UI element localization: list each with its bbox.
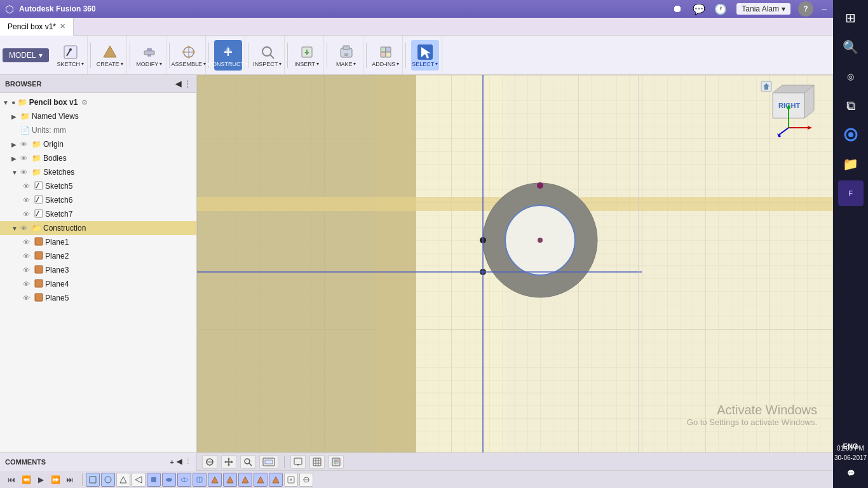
tree-item-plane5[interactable]: 👁 Plane5 [0, 291, 196, 305]
sketches-eye-icon[interactable]: 👁 [20, 168, 31, 176]
create-button[interactable]: CREATE ▾ [96, 40, 124, 71]
bodies-eye-icon[interactable]: 👁 [20, 154, 31, 162]
tree-item-plane3[interactable]: 👁 Plane3 [0, 263, 196, 277]
help-button[interactable]: ? [798, 1, 813, 17]
bt-btn-13[interactable] [269, 473, 283, 487]
model-label: MODEL [9, 51, 36, 60]
plane5-eye-icon[interactable]: 👁 [23, 294, 33, 302]
plane1-eye-icon[interactable]: 👁 [23, 238, 33, 246]
tl-play-btn[interactable]: ▶ [34, 473, 47, 486]
tree-item-origin[interactable]: ▶ 👁 📁 Origin [0, 137, 196, 151]
bt-btn-8[interactable] [193, 473, 207, 487]
tree-item-plane2[interactable]: 👁 Plane2 [0, 249, 196, 263]
user-menu[interactable]: Tania Alam ▾ [736, 3, 790, 15]
bt-extra-1[interactable] [284, 473, 298, 487]
active-tab[interactable]: Pencil box v1* ✕ [0, 18, 74, 36]
win-files-btn[interactable]: 📁 [838, 151, 864, 177]
bt-btn-6[interactable] [162, 473, 176, 487]
inspect-button[interactable]: INSPECT ▾ [254, 40, 281, 71]
sketch5-label: Sketch5 [45, 182, 72, 191]
tree-item-sketches[interactable]: ▼ 👁 📁 Sketches [0, 165, 196, 179]
tree-item-sketch7[interactable]: 👁 Sketch7 [0, 207, 196, 221]
plane2-eye-icon[interactable]: 👁 [23, 252, 33, 260]
win-cortana-btn[interactable]: ◎ [838, 64, 864, 89]
tree-item-plane1[interactable]: 👁 Plane1 [0, 235, 196, 249]
tree-item-sketch5[interactable]: 👁 Sketch5 [0, 179, 196, 193]
modify-button[interactable]: MODIFY ▾ [135, 40, 163, 71]
tl-prev-btn[interactable]: ⏪ [20, 473, 32, 486]
construct-button[interactable]: CONSTRUCT ▾ [214, 40, 242, 71]
bt-extra-2[interactable] [299, 473, 313, 487]
bt-btn-11[interactable] [238, 473, 252, 487]
win-search-btn[interactable]: 🔍 [838, 34, 864, 60]
tree-item-sketch6[interactable]: 👁 Sketch6 [0, 193, 196, 207]
tree-item-named-views[interactable]: ▶ 📁 Named Views [0, 109, 196, 123]
sketch7-eye-icon[interactable]: 👁 [23, 210, 33, 218]
bt-btn-12[interactable] [254, 473, 268, 487]
vc-view-btn[interactable] [329, 455, 344, 469]
vc-grid-btn[interactable] [309, 455, 325, 469]
construction-eye-icon[interactable]: 👁 [20, 224, 31, 232]
win-clock: 01:00 PM 30-06-2017 [833, 444, 868, 463]
comments-collapse-icon[interactable]: ◀ [177, 458, 182, 466]
sketch6-eye-icon[interactable]: 👁 [23, 196, 33, 204]
tree-item-bodies[interactable]: ▶ 👁 📁 Bodies [0, 151, 196, 165]
inspect-icon [259, 43, 276, 61]
vc-display-btn[interactable] [290, 455, 306, 469]
browser-collapse-btn[interactable]: ◀ [175, 79, 181, 88]
view-cube[interactable]: RIGHT [760, 80, 817, 137]
tl-first-btn[interactable]: ⏮ [5, 473, 18, 486]
vc-orbit-btn[interactable] [202, 455, 217, 469]
tab-close-btn[interactable]: ✕ [60, 22, 65, 30]
origin-eye-icon[interactable]: 👁 [20, 140, 31, 148]
sketch-button[interactable]: SKETCH ▾ [57, 40, 85, 71]
insert-button[interactable]: INSERT ▾ [293, 40, 321, 71]
comments-resize-icon[interactable]: ⋮ [184, 458, 191, 466]
assemble-button[interactable]: ASSEMBLE ▾ [175, 40, 203, 71]
bt-btn-7[interactable] [177, 473, 191, 487]
win-taskview-btn[interactable]: ⧉ [838, 93, 864, 118]
svg-rect-38 [35, 210, 43, 217]
root-settings-icon[interactable]: ⚙ [81, 98, 88, 107]
addins-button[interactable]: ADD-INS ▾ [372, 40, 400, 71]
make-button[interactable]: MAKE ▾ [332, 40, 360, 71]
svg-marker-127 [227, 477, 233, 483]
tl-next-btn[interactable]: ⏩ [49, 473, 62, 486]
win-fusion-btn[interactable]: F [838, 180, 864, 206]
bt-btn-2[interactable] [101, 473, 115, 487]
tree-item-construction[interactable]: ▼ 👁 📁 Construction [0, 221, 196, 235]
comments-section[interactable]: COMMENTS + ◀ ⋮ [0, 453, 197, 471]
construction-label: Construction [43, 224, 86, 233]
viewport[interactable]: RIGHT Activate Windows Go to Settings to… [197, 75, 868, 452]
bt-btn-3[interactable] [116, 473, 130, 487]
plane4-eye-icon[interactable]: 👁 [23, 280, 33, 288]
bt-btn-10[interactable] [223, 473, 237, 487]
svg-marker-5 [104, 46, 116, 57]
svg-point-14 [182, 51, 185, 53]
history-icon[interactable]: 🕐 [712, 1, 729, 17]
bt-btn-4[interactable] [132, 473, 146, 487]
bt-btn-5[interactable] [147, 473, 161, 487]
vc-zoom-btn[interactable] [240, 455, 255, 469]
bt-btn-9[interactable] [208, 473, 222, 487]
vc-pan-btn[interactable] [221, 455, 236, 469]
svg-point-121 [166, 478, 172, 482]
plane3-eye-icon[interactable]: 👁 [23, 266, 33, 274]
sketch5-eye-icon[interactable]: 👁 [23, 182, 33, 190]
bt-btn-1[interactable] [86, 473, 100, 487]
win-chrome-btn[interactable] [838, 122, 864, 147]
model-menu[interactable]: MODEL ▾ [3, 48, 49, 62]
tree-item-plane4[interactable]: 👁 Plane4 [0, 277, 196, 291]
select-button[interactable]: SELECT ▾ [411, 40, 439, 71]
vc-fitall-btn[interactable] [259, 455, 278, 469]
win-notify[interactable]: 💬 [833, 470, 868, 477]
tree-item-root[interactable]: ▼ ● 📁 Pencil box v1 ⚙ [0, 95, 196, 109]
win-start-btn[interactable]: ⊞ [838, 5, 864, 30]
comments-add-icon[interactable]: + [170, 458, 174, 466]
chat-icon[interactable]: 💬 [691, 1, 707, 17]
sketches-label: Sketches [43, 168, 74, 177]
minimize-button[interactable]: ─ [818, 3, 830, 15]
record-icon[interactable]: ⏺ [669, 1, 686, 17]
tl-last-btn[interactable]: ⏭ [64, 473, 76, 486]
browser-resize-btn[interactable]: ⋮ [184, 79, 191, 88]
